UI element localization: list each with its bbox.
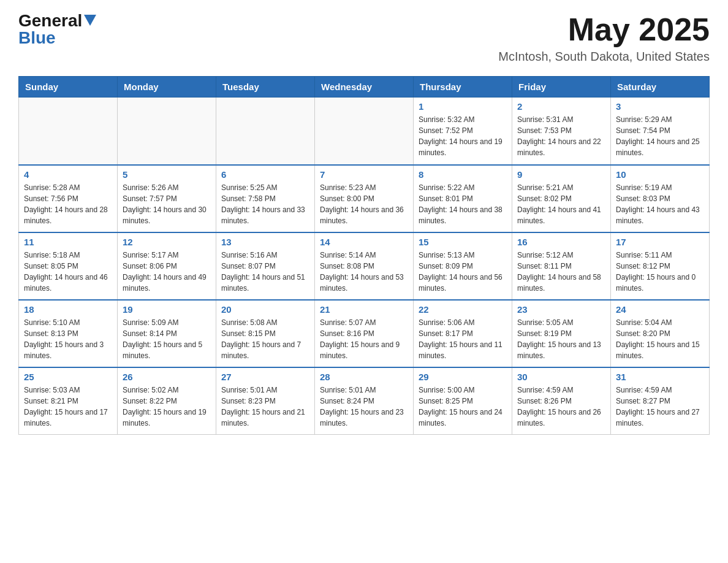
day-info: Sunrise: 5:08 AMSunset: 8:15 PMDaylight:… bbox=[221, 317, 309, 361]
day-info: Sunrise: 5:03 AMSunset: 8:21 PMDaylight:… bbox=[24, 385, 112, 429]
day-number: 12 bbox=[123, 237, 211, 247]
day-number: 29 bbox=[419, 372, 507, 382]
calendar-cell: 1Sunrise: 5:32 AMSunset: 7:52 PMDaylight… bbox=[414, 98, 512, 165]
calendar-cell: 29Sunrise: 5:00 AMSunset: 8:25 PMDayligh… bbox=[414, 367, 512, 435]
calendar-week-row: 4Sunrise: 5:28 AMSunset: 7:56 PMDaylight… bbox=[19, 165, 710, 232]
day-number: 24 bbox=[616, 304, 704, 315]
day-info: Sunrise: 5:07 AMSunset: 8:16 PMDaylight:… bbox=[320, 317, 408, 361]
day-number: 25 bbox=[24, 372, 112, 382]
day-info: Sunrise: 5:31 AMSunset: 7:53 PMDaylight:… bbox=[517, 114, 605, 158]
day-number: 9 bbox=[517, 169, 605, 180]
day-number: 2 bbox=[517, 101, 605, 112]
day-number: 1 bbox=[419, 101, 507, 112]
calendar-week-row: 18Sunrise: 5:10 AMSunset: 8:13 PMDayligh… bbox=[19, 300, 710, 367]
day-info: Sunrise: 5:32 AMSunset: 7:52 PMDaylight:… bbox=[419, 114, 507, 158]
calendar-week-row: 1Sunrise: 5:32 AMSunset: 7:52 PMDaylight… bbox=[19, 98, 710, 165]
column-header-friday: Friday bbox=[512, 77, 611, 98]
day-number: 18 bbox=[24, 304, 112, 315]
day-number: 16 bbox=[517, 237, 605, 247]
day-number: 5 bbox=[123, 169, 211, 180]
calendar-cell: 15Sunrise: 5:13 AMSunset: 8:09 PMDayligh… bbox=[414, 232, 512, 300]
day-number: 31 bbox=[616, 372, 704, 382]
day-number: 21 bbox=[320, 304, 408, 315]
day-info: Sunrise: 5:28 AMSunset: 7:56 PMDaylight:… bbox=[24, 182, 112, 226]
column-header-thursday: Thursday bbox=[414, 77, 512, 98]
day-info: Sunrise: 5:16 AMSunset: 8:07 PMDaylight:… bbox=[221, 250, 309, 294]
day-info: Sunrise: 5:01 AMSunset: 8:24 PMDaylight:… bbox=[320, 385, 408, 429]
day-number: 6 bbox=[221, 169, 309, 180]
day-info: Sunrise: 5:10 AMSunset: 8:13 PMDaylight:… bbox=[24, 317, 112, 361]
day-number: 14 bbox=[320, 237, 408, 247]
calendar-cell: 7Sunrise: 5:23 AMSunset: 8:00 PMDaylight… bbox=[315, 165, 414, 232]
day-number: 20 bbox=[221, 304, 309, 315]
title-block: May 2025 McIntosh, South Dakota, United … bbox=[498, 12, 710, 64]
logo: General Blue bbox=[18, 12, 96, 47]
column-header-monday: Monday bbox=[118, 77, 216, 98]
logo-blue-text: Blue bbox=[18, 29, 56, 47]
day-info: Sunrise: 5:09 AMSunset: 8:14 PMDaylight:… bbox=[123, 317, 211, 361]
calendar-cell: 20Sunrise: 5:08 AMSunset: 8:15 PMDayligh… bbox=[216, 300, 315, 367]
calendar-cell: 14Sunrise: 5:14 AMSunset: 8:08 PMDayligh… bbox=[315, 232, 414, 300]
logo-triangle-icon bbox=[84, 15, 96, 26]
day-info: Sunrise: 5:04 AMSunset: 8:20 PMDaylight:… bbox=[616, 317, 704, 361]
column-header-tuesday: Tuesday bbox=[216, 77, 315, 98]
column-header-wednesday: Wednesday bbox=[315, 77, 414, 98]
calendar-cell: 11Sunrise: 5:18 AMSunset: 8:05 PMDayligh… bbox=[19, 232, 118, 300]
day-number: 3 bbox=[616, 101, 704, 112]
page-header: General Blue May 2025 McIntosh, South Da… bbox=[18, 12, 710, 64]
day-info: Sunrise: 5:14 AMSunset: 8:08 PMDaylight:… bbox=[320, 250, 408, 294]
month-title: May 2025 bbox=[498, 12, 710, 47]
column-header-saturday: Saturday bbox=[611, 77, 710, 98]
day-info: Sunrise: 5:00 AMSunset: 8:25 PMDaylight:… bbox=[419, 385, 507, 429]
day-number: 30 bbox=[517, 372, 605, 382]
day-info: Sunrise: 5:22 AMSunset: 8:01 PMDaylight:… bbox=[419, 182, 507, 226]
calendar-cell: 22Sunrise: 5:06 AMSunset: 8:17 PMDayligh… bbox=[414, 300, 512, 367]
day-number: 7 bbox=[320, 169, 408, 180]
day-number: 19 bbox=[123, 304, 211, 315]
calendar-cell: 2Sunrise: 5:31 AMSunset: 7:53 PMDaylight… bbox=[512, 98, 611, 165]
day-info: Sunrise: 5:19 AMSunset: 8:03 PMDaylight:… bbox=[616, 182, 704, 226]
day-number: 10 bbox=[616, 169, 704, 180]
day-info: Sunrise: 5:01 AMSunset: 8:23 PMDaylight:… bbox=[221, 385, 309, 429]
calendar-cell: 19Sunrise: 5:09 AMSunset: 8:14 PMDayligh… bbox=[118, 300, 216, 367]
day-info: Sunrise: 5:29 AMSunset: 7:54 PMDaylight:… bbox=[616, 114, 704, 158]
calendar-cell: 8Sunrise: 5:22 AMSunset: 8:01 PMDaylight… bbox=[414, 165, 512, 232]
calendar-cell: 13Sunrise: 5:16 AMSunset: 8:07 PMDayligh… bbox=[216, 232, 315, 300]
day-number: 15 bbox=[419, 237, 507, 247]
day-number: 26 bbox=[123, 372, 211, 382]
calendar-cell: 26Sunrise: 5:02 AMSunset: 8:22 PMDayligh… bbox=[118, 367, 216, 435]
day-info: Sunrise: 5:06 AMSunset: 8:17 PMDaylight:… bbox=[419, 317, 507, 361]
calendar-header-row: SundayMondayTuesdayWednesdayThursdayFrid… bbox=[19, 77, 710, 98]
calendar-cell bbox=[118, 98, 216, 165]
day-number: 17 bbox=[616, 237, 704, 247]
calendar-cell bbox=[19, 98, 118, 165]
calendar-table: SundayMondayTuesdayWednesdayThursdayFrid… bbox=[18, 76, 710, 435]
calendar-cell: 9Sunrise: 5:21 AMSunset: 8:02 PMDaylight… bbox=[512, 165, 611, 232]
calendar-cell: 6Sunrise: 5:25 AMSunset: 7:58 PMDaylight… bbox=[216, 165, 315, 232]
calendar-cell: 23Sunrise: 5:05 AMSunset: 8:19 PMDayligh… bbox=[512, 300, 611, 367]
day-info: Sunrise: 5:02 AMSunset: 8:22 PMDaylight:… bbox=[123, 385, 211, 429]
calendar-cell bbox=[216, 98, 315, 165]
day-info: Sunrise: 4:59 AMSunset: 8:27 PMDaylight:… bbox=[616, 385, 704, 429]
day-number: 8 bbox=[419, 169, 507, 180]
day-info: Sunrise: 5:12 AMSunset: 8:11 PMDaylight:… bbox=[517, 250, 605, 294]
calendar-week-row: 11Sunrise: 5:18 AMSunset: 8:05 PMDayligh… bbox=[19, 232, 710, 300]
day-number: 23 bbox=[517, 304, 605, 315]
day-info: Sunrise: 5:23 AMSunset: 8:00 PMDaylight:… bbox=[320, 182, 408, 226]
calendar-cell: 5Sunrise: 5:26 AMSunset: 7:57 PMDaylight… bbox=[118, 165, 216, 232]
day-number: 22 bbox=[419, 304, 507, 315]
calendar-cell: 3Sunrise: 5:29 AMSunset: 7:54 PMDaylight… bbox=[611, 98, 710, 165]
day-info: Sunrise: 5:21 AMSunset: 8:02 PMDaylight:… bbox=[517, 182, 605, 226]
day-number: 28 bbox=[320, 372, 408, 382]
calendar-cell bbox=[315, 98, 414, 165]
day-info: Sunrise: 5:18 AMSunset: 8:05 PMDaylight:… bbox=[24, 250, 112, 294]
calendar-cell: 25Sunrise: 5:03 AMSunset: 8:21 PMDayligh… bbox=[19, 367, 118, 435]
logo-general-text: General bbox=[18, 12, 82, 29]
day-info: Sunrise: 5:05 AMSunset: 8:19 PMDaylight:… bbox=[517, 317, 605, 361]
day-info: Sunrise: 5:25 AMSunset: 7:58 PMDaylight:… bbox=[221, 182, 309, 226]
calendar-cell: 18Sunrise: 5:10 AMSunset: 8:13 PMDayligh… bbox=[19, 300, 118, 367]
calendar-cell: 4Sunrise: 5:28 AMSunset: 7:56 PMDaylight… bbox=[19, 165, 118, 232]
column-header-sunday: Sunday bbox=[19, 77, 118, 98]
calendar-cell: 28Sunrise: 5:01 AMSunset: 8:24 PMDayligh… bbox=[315, 367, 414, 435]
calendar-cell: 30Sunrise: 4:59 AMSunset: 8:26 PMDayligh… bbox=[512, 367, 611, 435]
